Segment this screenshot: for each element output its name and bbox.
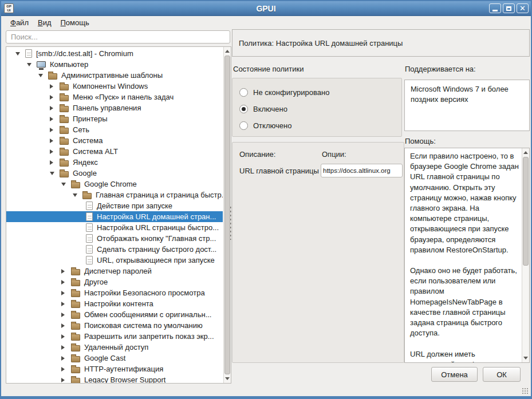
tree-item[interactable]: Настройка URL страницы быстро... [6, 222, 223, 233]
homepage-url-input[interactable] [321, 164, 403, 177]
minimize-button[interactable] [489, 3, 501, 13]
expander-icon[interactable] [48, 128, 60, 132]
tree-item[interactable]: URL, открывающиеся при запуске [6, 255, 223, 266]
help-text: Если правило настроено, то в браузере Go… [405, 148, 521, 363]
expander-icon[interactable] [37, 74, 48, 77]
folder-icon [48, 73, 57, 80]
policy-state-label: Состояние политики [233, 65, 304, 73]
expander-icon[interactable] [60, 334, 71, 339]
tree-item[interactable]: Сеть [6, 124, 223, 135]
expander-icon[interactable] [48, 149, 60, 154]
expander-icon[interactable] [60, 356, 71, 361]
tree-item[interactable]: Система [6, 135, 223, 146]
folder-icon [60, 139, 69, 145]
ok-button[interactable]: ОК [483, 367, 521, 382]
titlebar[interactable]: GP UI GPUI ✕ [1, 1, 531, 16]
tree-item[interactable]: Настройка URL домашней стран... [6, 211, 223, 222]
folder-icon [71, 367, 80, 373]
tree-item[interactable]: Разрешить или запретить показ экр... [6, 331, 223, 342]
expander-icon[interactable] [25, 63, 37, 66]
help-scrollbar-thumb[interactable] [523, 157, 529, 266]
folder-icon [71, 280, 80, 286]
folder-icon [71, 269, 80, 275]
expander-icon[interactable] [48, 172, 60, 175]
tree-item[interactable]: Административные шаблоны [6, 70, 223, 81]
tree-item[interactable]: Отображать кнопку "Главная стр... [6, 233, 223, 244]
expander-icon[interactable] [48, 139, 60, 143]
expander-icon[interactable] [48, 84, 60, 89]
search-input[interactable] [6, 30, 230, 44]
folder-icon [82, 193, 92, 199]
expander-icon[interactable] [60, 302, 71, 306]
resize-grip[interactable] [522, 388, 529, 394]
tree-item[interactable]: Система ALT [6, 146, 223, 157]
minimize-icon [492, 10, 498, 11]
tree-item[interactable]: Google [6, 168, 223, 179]
tree-item[interactable]: Удаленный доступ [6, 342, 223, 353]
tree-item[interactable]: Сделать страницу быстрого дост... [6, 244, 223, 255]
policy-state-radio[interactable]: Не сконфигурировано [239, 86, 329, 98]
tree-item[interactable]: Меню «Пуск» и панель задач [6, 92, 223, 102]
tree-item[interactable]: Действие при запуске [6, 200, 223, 211]
menu-item-help[interactable]: Помощь [56, 17, 94, 29]
menu-item-view[interactable]: Вид [33, 17, 56, 29]
tree-item[interactable]: HTTP-аутентификация [6, 364, 223, 374]
tree-item[interactable]: Принтеры [6, 113, 223, 124]
expander-icon[interactable] [48, 106, 60, 110]
expander-icon[interactable] [60, 323, 71, 328]
tree-item[interactable]: [smb://dc.test.alt] - Chromium [6, 48, 223, 59]
close-icon: ✕ [519, 5, 526, 12]
expander-icon[interactable] [60, 313, 71, 317]
help-box[interactable]: Если правило настроено, то в браузере Go… [404, 148, 530, 363]
tree-item[interactable]: Диспетчер паролей [6, 266, 223, 276]
scroll-up-icon[interactable] [224, 48, 231, 55]
maximize-button[interactable] [503, 3, 515, 13]
tree-item[interactable]: Обмен сообщениями с оригинальн... [6, 309, 223, 320]
expander-icon[interactable] [60, 183, 71, 186]
scroll-down-icon[interactable] [224, 375, 231, 382]
tree-item[interactable]: Google Chrome [6, 179, 223, 189]
policy-state-radio[interactable]: Отключено [239, 120, 291, 131]
tree-item[interactable]: Другое [6, 276, 223, 287]
folder-icon [60, 84, 69, 90]
tree-item[interactable]: Google Cast [6, 353, 223, 364]
help-scroll-down-icon[interactable] [522, 354, 529, 362]
document-icon [86, 223, 93, 232]
expander-icon[interactable] [60, 291, 71, 295]
document-icon [86, 234, 93, 243]
expander-icon[interactable] [60, 269, 71, 274]
help-scrollbar[interactable] [522, 148, 529, 362]
expander-icon[interactable] [14, 52, 25, 56]
window-controls: ✕ [489, 3, 529, 13]
policy-state-radio[interactable]: Включено [239, 103, 287, 114]
expander-icon[interactable] [60, 378, 71, 382]
tree-item[interactable]: Компоненты Windows [6, 81, 223, 92]
tree-item[interactable]: Настройки Безопасного просмотра [6, 287, 223, 298]
tree-item[interactable]: Настройки контента [6, 298, 223, 309]
radio-icon[interactable] [239, 121, 248, 130]
expander-icon[interactable] [48, 95, 60, 100]
tree-item[interactable]: Legacy Browser Support [6, 374, 223, 384]
supported-label: Поддерживается на: [405, 65, 476, 73]
expander-icon[interactable] [71, 193, 82, 197]
radio-icon[interactable] [239, 105, 248, 113]
expander-icon[interactable] [60, 367, 71, 372]
tree-item[interactable]: Главная страница и страница быстр... [6, 189, 223, 200]
expander-icon[interactable] [48, 160, 60, 165]
menu-item-file[interactable]: Файл [6, 17, 33, 29]
tree-item[interactable]: Поисковая система по умолчанию [6, 320, 223, 331]
cancel-button[interactable]: Отмена [431, 367, 478, 382]
expander-icon[interactable] [60, 345, 71, 350]
radio-icon[interactable] [239, 88, 248, 97]
tree-item[interactable]: Компьютер [6, 59, 223, 70]
menubar: Файл Вид Помощь [1, 16, 531, 29]
close-button[interactable]: ✕ [517, 3, 529, 13]
folder-icon [71, 356, 80, 362]
tree-item[interactable]: Яндекс [6, 157, 223, 168]
expander-icon[interactable] [60, 280, 71, 285]
folder-icon [71, 334, 80, 341]
tree-item[interactable]: Панель управления [6, 102, 223, 113]
help-scroll-up-icon[interactable] [522, 149, 529, 156]
expander-icon[interactable] [48, 117, 60, 121]
policy-tree[interactable]: [smb://dc.test.alt] - Chromium Компьютер… [6, 46, 231, 384]
